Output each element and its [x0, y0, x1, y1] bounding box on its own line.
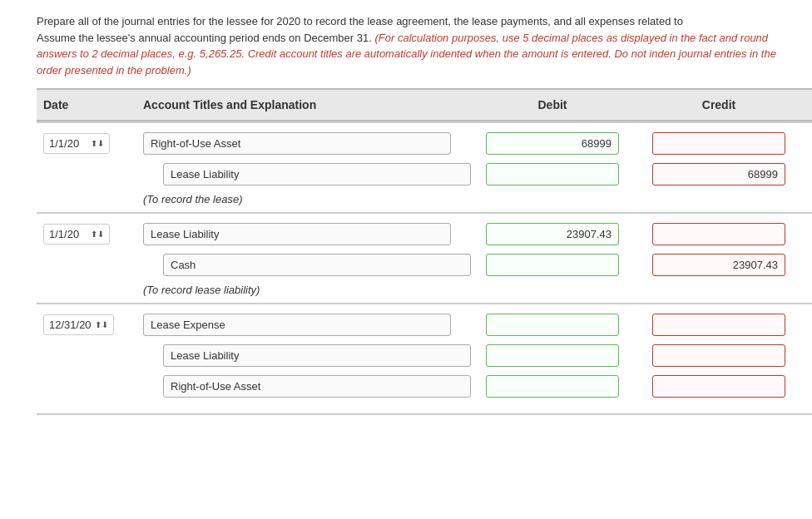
entry3-date-value: 12/31/20 — [49, 319, 92, 331]
entry1-date-select[interactable]: 1/1/20 ⬆⬇ — [43, 133, 110, 154]
entry3-row2 — [37, 340, 812, 371]
entry3-row2-credit-input[interactable] — [652, 344, 785, 367]
entry2-row2-account-input[interactable] — [163, 254, 471, 276]
journal-entry-3: 12/31/20 ⬆⬇ — [37, 303, 812, 407]
entry2-row1: 1/1/20 ⬆⬇ — [37, 219, 812, 250]
entry2-note: (To record lease liability) — [37, 280, 812, 303]
entry2-row2-debit-input[interactable] — [486, 254, 619, 276]
entry1-note: (To record the lease) — [37, 190, 812, 212]
entry2-row1-debit-input[interactable] — [486, 223, 619, 245]
entry3-row3-credit-input[interactable] — [652, 375, 785, 398]
entry3-row2-account-input[interactable] — [163, 344, 471, 367]
entry2-date-value: 1/1/20 — [49, 228, 79, 240]
entry3-row3-debit-input[interactable] — [486, 375, 619, 398]
entry2-row2-credit-input[interactable] — [652, 254, 785, 276]
entry3-date-select[interactable]: 12/31/20 ⬆⬇ — [43, 314, 114, 335]
table-header: Date Account Titles and Explanation Debi… — [37, 88, 812, 121]
entry2-row2 — [37, 250, 812, 280]
entry3-row1-credit-input[interactable] — [652, 314, 785, 336]
entry3-row1-account-input[interactable] — [143, 314, 451, 336]
entry1-row2-account-input[interactable] — [163, 163, 471, 185]
instruction-line1: Prepare all of the journal entries for t… — [37, 15, 683, 27]
entry2-date-select[interactable]: 1/1/20 ⬆⬇ — [43, 224, 110, 245]
entry2-row1-account-input[interactable] — [143, 223, 451, 245]
header-date: Date — [37, 98, 136, 111]
entry3-row1: 12/31/20 ⬆⬇ — [37, 309, 812, 340]
entry1-row1-account-input[interactable] — [143, 132, 451, 155]
entry1-row1-debit-input[interactable] — [486, 132, 619, 155]
journal-entry-1: 1/1/20 ⬆⬇ — [37, 121, 812, 212]
entry3-date-chevron-icon: ⬆⬇ — [95, 320, 108, 329]
entry1-row2-credit-input[interactable] — [652, 163, 785, 185]
header-account: Account Titles and Explanation — [136, 98, 469, 111]
journal-entry-2: 1/1/20 ⬆⬇ — [37, 212, 812, 303]
header-debit: Debit — [469, 98, 636, 111]
instructions: Prepare all of the journal entries for t… — [0, 0, 812, 88]
entry1-row1: 1/1/20 ⬆⬇ — [37, 128, 812, 159]
entry2-row1-credit-input[interactable] — [652, 223, 785, 245]
entry1-row1-credit-input[interactable] — [652, 132, 785, 155]
entry1-row2-debit-input[interactable] — [486, 163, 619, 185]
entry3-row3-account-input[interactable] — [163, 375, 471, 398]
bottom-divider — [37, 413, 812, 415]
entry2-date-chevron-icon: ⬆⬇ — [91, 230, 104, 239]
entry3-row1-debit-input[interactable] — [486, 314, 619, 336]
entry1-date-value: 1/1/20 — [49, 137, 79, 150]
entry3-row2-debit-input[interactable] — [486, 344, 619, 367]
entry1-date-chevron-icon: ⬆⬇ — [91, 139, 104, 148]
header-credit: Credit — [636, 98, 802, 111]
instruction-line2: Assume the lessee's annual accounting pe… — [37, 32, 372, 44]
entry3-row3 — [37, 371, 812, 402]
entry1-row2 — [37, 159, 812, 190]
